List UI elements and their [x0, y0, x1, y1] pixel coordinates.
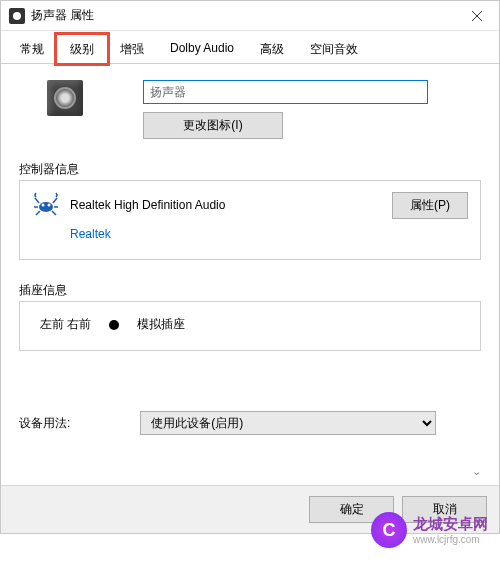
controller-properties-button[interactable]: 属性(P) [392, 192, 468, 219]
usage-label: 设备用法: [19, 415, 70, 432]
usage-select[interactable]: 使用此设备(启用) [140, 411, 436, 435]
vendor-link[interactable]: Realtek [70, 227, 468, 241]
svg-point-2 [39, 202, 53, 212]
close-button[interactable] [454, 1, 499, 30]
controller-fieldset: Realtek High Definition Audio 属性(P) Real… [19, 180, 481, 260]
watermark-sub: www.lcjrfg.com [413, 534, 488, 545]
watermark-logo-icon: C [371, 512, 407, 548]
watermark: C 龙城安卓网 www.lcjrfg.com [371, 512, 488, 548]
titlebar-left: 扬声器 属性 [9, 7, 94, 24]
jack-type: 模拟插座 [137, 316, 185, 333]
controller-section-label: 控制器信息 [19, 161, 481, 178]
tab-general[interactable]: 常规 [7, 35, 57, 63]
usage-row: 设备用法: 使用此设备(启用) [19, 411, 481, 435]
device-name-input[interactable] [143, 80, 428, 104]
tab-dolby-audio[interactable]: Dolby Audio [157, 35, 247, 63]
properties-dialog: 扬声器 属性 常规 级别 增强 Dolby Audio 高级 空间音效 更改图标… [0, 0, 500, 534]
controller-row: Realtek High Definition Audio 属性(P) [32, 191, 468, 219]
svg-point-3 [42, 204, 45, 207]
jack-row: 左前 右前 模拟插座 [32, 312, 468, 337]
close-icon [472, 11, 482, 21]
device-controls: 更改图标(I) [143, 80, 481, 139]
scroll-indicator: ⌄ [472, 465, 481, 478]
window-title: 扬声器 属性 [31, 7, 94, 24]
tab-advanced[interactable]: 高级 [247, 35, 297, 63]
speaker-icon [9, 8, 25, 24]
watermark-text: 龙城安卓网 www.lcjrfg.com [413, 515, 488, 545]
realtek-crab-icon [32, 191, 60, 219]
device-section: 更改图标(I) [47, 80, 481, 139]
tab-spatial[interactable]: 空间音效 [297, 35, 371, 63]
jack-position: 左前 右前 [40, 316, 91, 333]
jack-section-label: 插座信息 [19, 282, 481, 299]
tab-levels[interactable]: 级别 [57, 35, 107, 63]
controller-name: Realtek High Definition Audio [70, 198, 225, 212]
svg-point-4 [48, 204, 51, 207]
controller-left: Realtek High Definition Audio [32, 191, 225, 219]
jack-color-dot [109, 320, 119, 330]
device-speaker-icon [47, 80, 83, 116]
tab-bar: 常规 级别 增强 Dolby Audio 高级 空间音效 [1, 31, 499, 64]
change-icon-button[interactable]: 更改图标(I) [143, 112, 283, 139]
tab-enhancements[interactable]: 增强 [107, 35, 157, 63]
titlebar: 扬声器 属性 [1, 1, 499, 31]
jack-fieldset: 左前 右前 模拟插座 [19, 301, 481, 351]
tab-content: 更改图标(I) 控制器信息 Realtek High De [1, 64, 499, 451]
watermark-main: 龙城安卓网 [413, 515, 488, 534]
